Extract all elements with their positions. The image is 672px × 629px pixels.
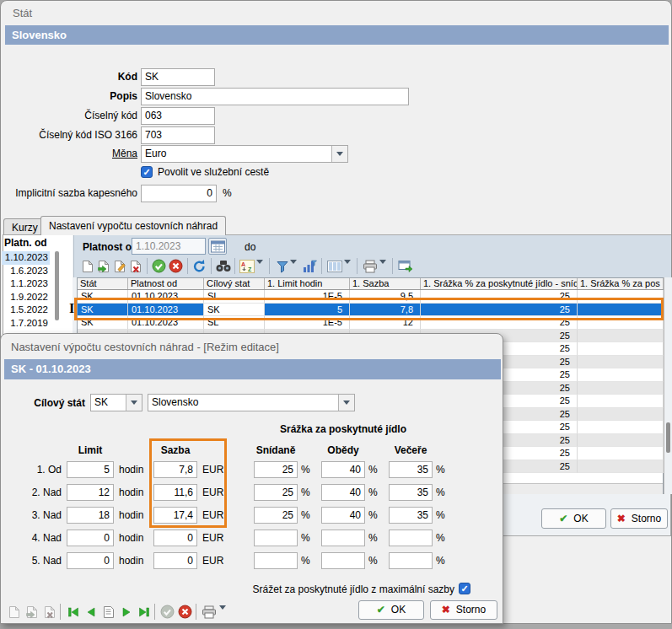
column-header[interactable]: 1. Limit hodin	[265, 278, 350, 289]
delete-record-icon[interactable]	[41, 604, 57, 620]
iso-kod-input[interactable]: 703	[141, 126, 215, 144]
filter-icon[interactable]	[274, 258, 290, 274]
column-header[interactable]: Platnost od	[128, 278, 204, 289]
new-record-icon[interactable]	[6, 604, 22, 620]
dinner-percent-input[interactable]: 35	[389, 484, 433, 501]
print-icon[interactable]	[201, 604, 217, 620]
date-list-item[interactable]: 1.1.2023	[2, 277, 50, 291]
hours-unit-label: hodin	[119, 555, 143, 567]
rate-input[interactable]: 0	[153, 530, 197, 546]
target-state-code-combo[interactable]: SK	[90, 394, 142, 411]
dialog-storno-button[interactable]: ✖Storno	[430, 600, 497, 620]
refresh-icon[interactable]	[191, 258, 207, 274]
limit-input[interactable]: 0	[67, 552, 114, 569]
lunch-percent-input[interactable]: 40	[321, 484, 365, 501]
copy-record-icon[interactable]	[95, 258, 111, 274]
new-record-icon[interactable]	[79, 258, 95, 274]
dinner-percent-input[interactable]	[389, 530, 433, 546]
lunch-percent-input[interactable]	[321, 552, 365, 569]
record-list-icon[interactable]	[100, 604, 116, 620]
dinner-percent-input[interactable]	[389, 552, 433, 569]
lunch-percent-input[interactable]	[321, 530, 365, 546]
table-row[interactable]: SK01.10.2023SK57,825	[78, 304, 663, 317]
date-list-item[interactable]: 1.6.2023	[2, 265, 50, 278]
date-list-item[interactable]: 1.7.2019	[2, 317, 50, 331]
table-row[interactable]: SK01.10.2023SI1E-59,525	[78, 290, 663, 304]
columns-icon[interactable]	[326, 258, 342, 274]
calendar-button[interactable]	[208, 238, 227, 255]
last-record-icon[interactable]	[136, 604, 152, 620]
date-list-item[interactable]: 1.9.2022	[2, 291, 50, 304]
dinner-percent-input[interactable]: 35	[389, 507, 433, 524]
popis-input[interactable]: Slovensko	[141, 88, 409, 105]
table-vertical-scrollbar[interactable]	[664, 277, 672, 494]
confirm-icon[interactable]	[159, 604, 175, 620]
dialog-ok-button[interactable]: ✔OK	[358, 600, 424, 620]
sort-az-icon[interactable]: AZ	[239, 258, 255, 274]
rate-input[interactable]: 11,6	[153, 484, 197, 501]
table-row[interactable]: SK01.10.2023SL1E-51225	[78, 316, 663, 330]
cancel-icon[interactable]	[168, 258, 184, 274]
delete-record-icon[interactable]	[127, 258, 143, 274]
target-state-name-combo[interactable]: Slovensko	[148, 394, 355, 411]
breakfast-percent-input[interactable]: 25	[254, 461, 298, 478]
cancel-icon[interactable]	[177, 604, 193, 620]
breakfast-percent-input[interactable]: 25	[254, 484, 298, 501]
currency-combo[interactable]: Euro	[141, 145, 348, 163]
column-header[interactable]: 1. Srážka % za pos	[578, 278, 664, 289]
ciselny-kod-input[interactable]: 063	[141, 107, 215, 125]
sort-dropdown-icon[interactable]	[256, 264, 263, 276]
print-icon[interactable]	[362, 258, 378, 274]
max-rate-deduction-checkbox[interactable]: ✓	[459, 583, 470, 594]
dinner-percent-input[interactable]: 35	[389, 461, 433, 478]
table-cell: SI	[204, 290, 265, 304]
column-header[interactable]: 1. Sazba	[350, 278, 421, 289]
copy-record-icon[interactable]	[24, 604, 40, 620]
limit-input[interactable]: 12	[67, 484, 114, 501]
rate-input[interactable]: 17,4	[153, 507, 197, 524]
validity-from-input[interactable]: 1.10.2023	[132, 238, 206, 255]
tab-nastaveni-nahrad[interactable]: Nastavení vypočtu cestovních náhrad	[40, 216, 226, 235]
lunch-percent-input[interactable]: 40	[321, 461, 365, 478]
breakfast-percent-input[interactable]: 25	[254, 507, 298, 524]
currency-unit-label: EUR	[202, 464, 223, 476]
search-icon[interactable]	[215, 258, 231, 274]
chevron-down-icon[interactable]	[338, 395, 354, 411]
lunch-percent-input[interactable]: 40	[321, 507, 365, 524]
date-list-item[interactable]: 1.10.2023	[2, 251, 50, 265]
scrollbar-thumb[interactable]	[666, 422, 670, 453]
currency-unit-label: EUR	[202, 555, 223, 567]
limit-input[interactable]: 0	[67, 530, 114, 546]
column-header[interactable]: Stát	[78, 278, 128, 289]
print-dropdown-icon[interactable]	[379, 264, 386, 276]
kod-input[interactable]: SK	[141, 68, 215, 86]
breakfast-percent-input[interactable]	[254, 552, 298, 569]
storno-button[interactable]: ✖Storno	[610, 508, 668, 529]
chevron-down-icon[interactable]	[331, 146, 347, 162]
list-scrollbar-thumb[interactable]	[55, 251, 59, 320]
confirm-icon[interactable]	[151, 258, 167, 274]
column-header[interactable]: 1. Srážka % za poskytnuté jídlo - snídan…	[421, 278, 578, 289]
filter-dropdown-icon[interactable]	[290, 264, 297, 276]
rate-input[interactable]: 7,8	[153, 461, 197, 478]
date-list-item[interactable]: 1.5.2022	[2, 304, 50, 317]
breakfast-percent-input[interactable]	[254, 530, 298, 546]
pocket-rate-input[interactable]: 0	[141, 185, 217, 202]
rate-input[interactable]: 0	[153, 552, 197, 569]
ciselny-kod-label: Číselný kód	[3, 107, 137, 125]
allow-business-trip-checkbox[interactable]: ✓	[141, 166, 153, 178]
edit-record-icon[interactable]	[111, 258, 127, 274]
calendar-icon	[211, 239, 225, 253]
column-header[interactable]: Cílový stat	[204, 278, 265, 289]
previous-record-icon[interactable]	[83, 604, 99, 620]
filter-values-icon[interactable]	[302, 258, 318, 274]
export-window-icon[interactable]	[397, 258, 413, 274]
columns-dropdown-icon[interactable]	[344, 264, 351, 276]
next-record-icon[interactable]	[118, 604, 134, 620]
limit-input[interactable]: 18	[67, 507, 114, 524]
first-record-icon[interactable]	[65, 604, 81, 620]
chevron-down-icon[interactable]	[126, 395, 142, 411]
limit-input[interactable]: 5	[67, 461, 114, 478]
print-dropdown-icon[interactable]	[219, 610, 226, 621]
ok-button[interactable]: ✔OK	[541, 508, 606, 529]
